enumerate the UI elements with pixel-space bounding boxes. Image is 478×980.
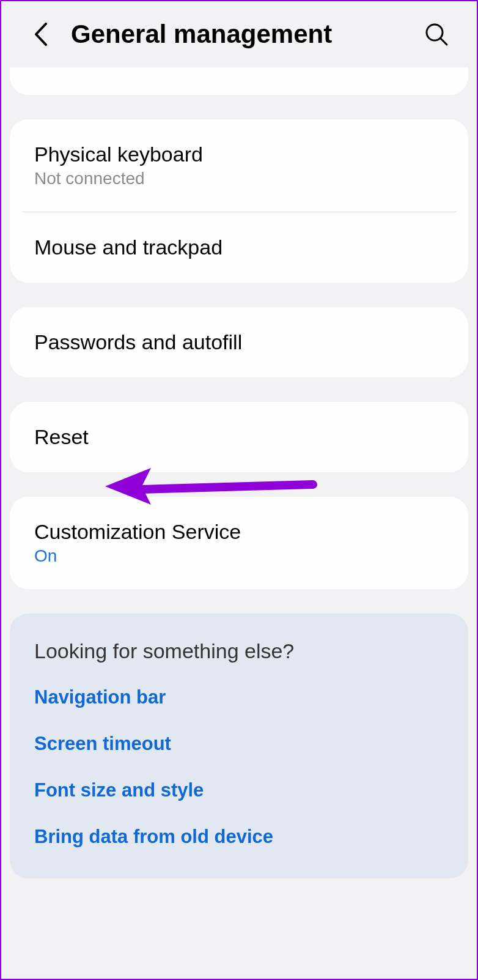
settings-group-customization: Customization Service On xyxy=(10,497,468,589)
row-title: Mouse and trackpad xyxy=(34,236,444,259)
row-title: Physical keyboard xyxy=(34,143,444,166)
row-title: Reset xyxy=(34,425,444,449)
back-icon xyxy=(34,23,47,46)
page-title: General management xyxy=(71,20,423,49)
suggestion-link-navigation-bar[interactable]: Navigation bar xyxy=(34,686,444,708)
row-title: Passwords and autofill xyxy=(34,330,444,354)
settings-content: Keyboard list and default Physical keybo… xyxy=(1,61,477,878)
search-button[interactable] xyxy=(423,21,450,48)
row-reset[interactable]: Reset xyxy=(10,402,468,472)
suggestions-card: Looking for something else? Navigation b… xyxy=(10,614,468,878)
back-button[interactable] xyxy=(28,22,53,46)
suggestion-link-font-size[interactable]: Font size and style xyxy=(34,779,444,801)
settings-group-reset: Reset xyxy=(10,402,468,472)
suggestion-link-screen-timeout[interactable]: Screen timeout xyxy=(34,733,444,755)
row-title: Customization Service xyxy=(34,520,444,544)
row-subtitle: Not connected xyxy=(34,169,444,188)
row-physical-keyboard[interactable]: Physical keyboard Not connected xyxy=(10,119,468,212)
row-customization-service[interactable]: Customization Service On xyxy=(10,497,468,589)
svg-line-1 xyxy=(441,39,447,45)
row-passwords-autofill[interactable]: Passwords and autofill xyxy=(10,307,468,377)
row-subtitle: On xyxy=(34,546,444,566)
suggestions-title: Looking for something else? xyxy=(34,639,444,663)
row-mouse-trackpad[interactable]: Mouse and trackpad xyxy=(10,212,468,283)
app-header: General management xyxy=(1,1,477,67)
suggestion-link-bring-data[interactable]: Bring data from old device xyxy=(34,826,444,848)
search-icon xyxy=(424,22,449,46)
settings-group-passwords: Passwords and autofill xyxy=(10,307,468,377)
settings-group-input: Physical keyboard Not connected Mouse an… xyxy=(10,119,468,283)
